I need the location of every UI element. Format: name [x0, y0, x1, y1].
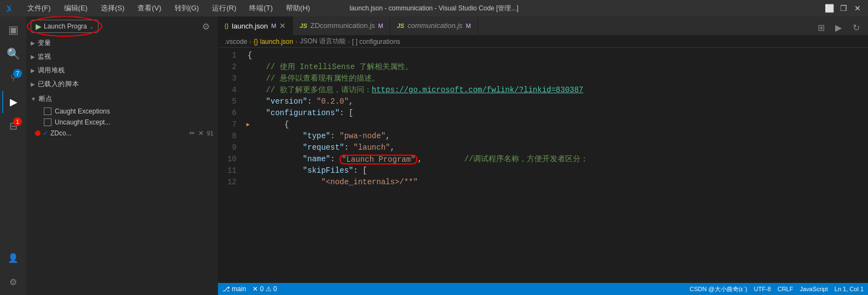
breadcrumb-vscode[interactable]: .vscode	[225, 38, 247, 46]
git-branch[interactable]: ⎇ main	[222, 285, 246, 293]
minimize-button[interactable]: ⬜	[824, 3, 834, 13]
watch-section-header[interactable]: ▶ 监视	[26, 50, 218, 64]
edit-breakpoint-button[interactable]: ✏	[188, 129, 196, 137]
activity-extensions[interactable]: ⊟ 1	[2, 115, 24, 137]
title-bar-left: 文件(F) 编辑(E) 选择(S) 查看(V) 转到(G) 运行(R) 终端(T…	[5, 2, 312, 14]
loaded-scripts-section-header[interactable]: ▶ 已载入的脚本	[26, 77, 218, 91]
activity-debug[interactable]: ▶	[2, 91, 24, 113]
activity-settings[interactable]: ⚙	[2, 271, 24, 293]
code-value: "<node_internals>/**"	[321, 177, 417, 188]
code-text: {	[248, 50, 252, 61]
debug-start-button[interactable]: ▶	[831, 20, 846, 35]
debug-toolbar: ▶ Launch Progra ⌄ ⚙	[26, 16, 218, 36]
breakpoint-file-item: ✓ ZDco... ✏ ✕ 91	[26, 128, 218, 139]
line-num-12: 12	[218, 177, 241, 188]
debug-arrow-icon: ▶	[246, 119, 250, 131]
breadcrumb-launch-json[interactable]: {} launch.json	[254, 38, 293, 46]
breadcrumb-configurations[interactable]: [ ] configurations	[352, 38, 400, 46]
code-key: "type"	[303, 131, 330, 142]
js-file-icon: JS	[300, 22, 307, 29]
split-editor-button[interactable]: ⊞	[813, 20, 829, 35]
breadcrumb-json-language[interactable]: JSON 语言功能	[300, 37, 345, 46]
play-icon: ▶	[36, 22, 42, 31]
window-title: launch.json - communication - Visual Stu…	[349, 4, 519, 13]
breadcrumb-sep-1: ›	[249, 38, 251, 46]
tab-launch-json-close[interactable]: ✕	[279, 21, 286, 30]
code-comma: ,	[417, 154, 422, 165]
chevron-right-icon: ▶	[31, 81, 36, 87]
status-bar-right: CSDN @大小曲奇(ε`) UTF-8 CRLF JavaScript Ln …	[689, 285, 864, 293]
menu-edit[interactable]: 编辑(E)	[62, 2, 90, 14]
maximize-button[interactable]: ❐	[838, 3, 848, 13]
code-text	[248, 131, 303, 142]
menu-goto[interactable]: 转到(G)	[173, 2, 202, 14]
line-num-5: 5	[218, 96, 241, 107]
uncaught-exceptions-checkbox[interactable]	[44, 118, 51, 126]
code-line-7: ▶ {	[245, 119, 868, 131]
language-mode[interactable]: JavaScript	[800, 286, 827, 292]
menu-view[interactable]: 查看(V)	[135, 2, 163, 14]
menu-run[interactable]: 运行(R)	[210, 2, 238, 14]
accounts-icon: 👤	[8, 253, 19, 263]
caught-exceptions-label: Caught Exceptions	[55, 107, 110, 115]
code-line-4: // 欲了解更多信息，请访问：https://go.microsoft.com/…	[245, 84, 868, 96]
vscode-logo-icon	[5, 4, 14, 13]
menu-help[interactable]: 帮助(H)	[284, 2, 312, 14]
launch-program-annotation: "Launch Program"	[340, 155, 417, 164]
code-text	[248, 142, 303, 154]
tab-launch-json-modified: M	[271, 22, 276, 29]
encoding[interactable]: UTF-8	[754, 286, 771, 292]
breakpoint-dot-icon	[35, 131, 41, 136]
menu-file[interactable]: 文件(F)	[25, 2, 53, 14]
variables-section-header[interactable]: ▶ 变量	[26, 36, 218, 50]
debug-settings-button[interactable]: ⚙	[198, 19, 214, 34]
line-num-8: 8	[218, 131, 241, 142]
json-file-icon: {}	[225, 22, 228, 29]
close-button[interactable]: ✕	[853, 3, 863, 13]
line-ending[interactable]: CRLF	[778, 286, 794, 292]
call-stack-section-header[interactable]: ▶ 调用堆栈	[26, 64, 218, 77]
watch-section: ▶ 监视	[26, 50, 218, 64]
breakpoint-line-number: 91	[207, 130, 214, 137]
code-punct: :	[330, 154, 340, 165]
debug-run-button[interactable]: ▶ Launch Progra ⌄	[31, 20, 99, 33]
tab-launch-json[interactable]: {} launch.json M ✕	[218, 16, 293, 35]
code-comment-prefix: // 欲了解更多信息，请访问：	[248, 84, 372, 96]
activity-source-control[interactable]: ⑂ 7	[2, 67, 24, 89]
line-num-7: 7	[218, 119, 241, 131]
tab-zdcommunication-js[interactable]: JS ZDcommunication.js M	[293, 16, 390, 35]
code-line-6: "configurations": [	[245, 107, 868, 119]
menu-bar: 文件(F) 编辑(E) 选择(S) 查看(V) 转到(G) 运行(R) 终端(T…	[25, 2, 312, 14]
code-punct: :	[344, 142, 353, 154]
cursor-position[interactable]: Ln 1, Col 1	[835, 286, 864, 292]
menu-terminal[interactable]: 终端(T)	[247, 2, 275, 14]
activity-explorer[interactable]: ▣	[2, 19, 24, 41]
code-comma: ,	[349, 96, 353, 107]
code-line-1: {	[245, 50, 868, 61]
code-line-12: "<node_internals>/**"	[245, 177, 868, 188]
status-bar: ⎇ main ✕ 0 ⚠ 0 CSDN @大小曲奇(ε`) UTF-8 CRLF…	[218, 283, 868, 295]
explorer-icon: ▣	[8, 23, 19, 36]
error-warning-count[interactable]: ✕ 0 ⚠ 0	[252, 285, 277, 293]
breadcrumb: .vscode › {} launch.json › JSON 语言功能 › […	[218, 36, 868, 48]
tab-zdcommunication-label: ZDcommunication.js	[311, 21, 375, 30]
main-layout: ▣ 🔍 ⑂ 7 ▶ ⊟ 1 👤 ⚙ ▶ Launch P	[0, 16, 868, 295]
remove-breakpoint-button[interactable]: ✕	[197, 129, 205, 137]
menu-select[interactable]: 选择(S)	[99, 2, 127, 14]
extensions-badge: 1	[13, 117, 22, 126]
code-text	[248, 177, 321, 188]
sidebar: ▶ Launch Progra ⌄ ⚙ ▶ 变量 ▶ 监视	[26, 16, 218, 295]
status-bar-left: ⎇ main ✕ 0 ⚠ 0	[222, 285, 277, 293]
tab-communication-js[interactable]: JS communication.js M	[390, 16, 478, 35]
line-num-3: 3	[218, 73, 241, 84]
breadcrumb-sep-2: ›	[295, 38, 297, 46]
code-url[interactable]: https://go.microsoft.com/fwlink/?linkid=…	[372, 84, 583, 96]
activity-accounts[interactable]: 👤	[2, 247, 24, 269]
caught-exceptions-checkbox[interactable]	[44, 107, 51, 115]
code-line-3: // 悬停以查看现有属性的描述。	[245, 73, 868, 84]
activity-search[interactable]: 🔍	[2, 43, 24, 65]
code-editor[interactable]: 1 2 3 4 5 6 7 8 9 10 11 12 {	[218, 48, 868, 283]
breakpoints-section-header[interactable]: ▼ 断点	[26, 92, 218, 106]
line-num-2: 2	[218, 61, 241, 73]
refresh-button[interactable]: ↻	[848, 20, 864, 35]
